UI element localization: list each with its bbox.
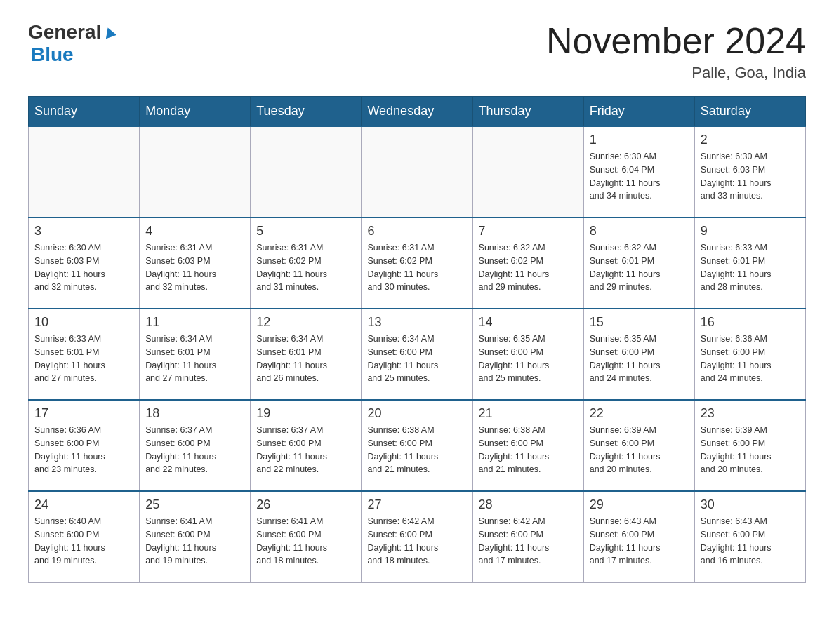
weekday-header-row: SundayMondayTuesdayWednesdayThursdayFrid…: [29, 97, 806, 127]
day-number: 5: [256, 224, 355, 239]
day-info: Sunrise: 6:30 AMSunset: 6:03 PMDaylight:…: [34, 241, 133, 294]
weekday-header-saturday: Saturday: [694, 97, 805, 127]
weekday-header-friday: Friday: [583, 97, 694, 127]
calendar-cell: [251, 126, 362, 217]
logo-triangle-icon: [103, 26, 116, 41]
day-number: 28: [479, 497, 578, 512]
calendar-cell: 16Sunrise: 6:36 AMSunset: 6:00 PMDayligh…: [694, 309, 805, 400]
calendar-cell: 6Sunrise: 6:31 AMSunset: 6:02 PMDaylight…: [362, 217, 472, 309]
calendar-cell: 30Sunrise: 6:43 AMSunset: 6:00 PMDayligh…: [694, 491, 805, 582]
day-info: Sunrise: 6:34 AMSunset: 6:01 PMDaylight:…: [145, 333, 244, 385]
day-number: 24: [34, 497, 133, 512]
week-row-1: 1Sunrise: 6:30 AMSunset: 6:04 PMDaylight…: [29, 126, 806, 217]
day-number: 26: [256, 497, 355, 512]
calendar-cell: 10Sunrise: 6:33 AMSunset: 6:01 PMDayligh…: [29, 309, 140, 400]
svg-marker-0: [103, 26, 116, 39]
day-info: Sunrise: 6:32 AMSunset: 6:02 PMDaylight:…: [479, 241, 578, 294]
day-info: Sunrise: 6:42 AMSunset: 6:00 PMDaylight:…: [367, 515, 466, 568]
weekday-header-monday: Monday: [140, 97, 251, 127]
day-info: Sunrise: 6:36 AMSunset: 6:00 PMDaylight:…: [34, 424, 133, 476]
week-row-5: 24Sunrise: 6:40 AMSunset: 6:00 PMDayligh…: [29, 491, 806, 582]
calendar-cell: 11Sunrise: 6:34 AMSunset: 6:01 PMDayligh…: [140, 309, 251, 400]
day-number: 4: [145, 224, 244, 239]
day-number: 11: [145, 315, 244, 330]
day-info: Sunrise: 6:43 AMSunset: 6:00 PMDaylight:…: [701, 515, 800, 568]
day-number: 17: [34, 406, 133, 421]
calendar-cell: [472, 126, 583, 217]
location-text: Palle, Goa, India: [546, 64, 806, 82]
day-info: Sunrise: 6:30 AMSunset: 6:04 PMDaylight:…: [590, 150, 689, 203]
calendar-cell: 27Sunrise: 6:42 AMSunset: 6:00 PMDayligh…: [362, 491, 472, 582]
calendar-table: SundayMondayTuesdayWednesdayThursdayFrid…: [28, 96, 806, 583]
day-info: Sunrise: 6:31 AMSunset: 6:03 PMDaylight:…: [145, 241, 244, 294]
week-row-2: 3Sunrise: 6:30 AMSunset: 6:03 PMDaylight…: [29, 217, 806, 309]
logo-general-text: General: [28, 21, 101, 43]
day-number: 2: [701, 133, 800, 147]
day-number: 25: [145, 497, 244, 512]
calendar-cell: 17Sunrise: 6:36 AMSunset: 6:00 PMDayligh…: [29, 400, 140, 491]
weekday-header-thursday: Thursday: [472, 97, 583, 127]
day-info: Sunrise: 6:39 AMSunset: 6:00 PMDaylight:…: [701, 424, 800, 476]
calendar-cell: 1Sunrise: 6:30 AMSunset: 6:04 PMDaylight…: [583, 126, 694, 217]
calendar-cell: [140, 126, 251, 217]
day-info: Sunrise: 6:38 AMSunset: 6:00 PMDaylight:…: [479, 424, 578, 476]
calendar-cell: 7Sunrise: 6:32 AMSunset: 6:02 PMDaylight…: [472, 217, 583, 309]
calendar-cell: [29, 126, 140, 217]
calendar-cell: 14Sunrise: 6:35 AMSunset: 6:00 PMDayligh…: [472, 309, 583, 400]
calendar-cell: 13Sunrise: 6:34 AMSunset: 6:00 PMDayligh…: [362, 309, 472, 400]
logo-blue-text: Blue: [31, 43, 74, 66]
day-number: 27: [367, 497, 466, 512]
day-number: 6: [367, 224, 466, 239]
day-number: 23: [701, 406, 800, 421]
day-info: Sunrise: 6:30 AMSunset: 6:03 PMDaylight:…: [701, 150, 800, 203]
weekday-header-wednesday: Wednesday: [362, 97, 472, 127]
day-info: Sunrise: 6:34 AMSunset: 6:00 PMDaylight:…: [367, 333, 466, 385]
calendar-cell: 9Sunrise: 6:33 AMSunset: 6:01 PMDaylight…: [694, 217, 805, 309]
calendar-cell: 4Sunrise: 6:31 AMSunset: 6:03 PMDaylight…: [140, 217, 251, 309]
day-info: Sunrise: 6:35 AMSunset: 6:00 PMDaylight:…: [590, 333, 689, 385]
calendar-cell: 18Sunrise: 6:37 AMSunset: 6:00 PMDayligh…: [140, 400, 251, 491]
day-info: Sunrise: 6:42 AMSunset: 6:00 PMDaylight:…: [479, 515, 578, 568]
day-info: Sunrise: 6:31 AMSunset: 6:02 PMDaylight:…: [367, 241, 466, 294]
month-title: November 2024: [546, 21, 806, 61]
day-info: Sunrise: 6:41 AMSunset: 6:00 PMDaylight:…: [256, 515, 355, 568]
calendar-cell: 5Sunrise: 6:31 AMSunset: 6:02 PMDaylight…: [251, 217, 362, 309]
calendar-cell: 19Sunrise: 6:37 AMSunset: 6:00 PMDayligh…: [251, 400, 362, 491]
calendar-cell: 26Sunrise: 6:41 AMSunset: 6:00 PMDayligh…: [251, 491, 362, 582]
day-number: 30: [701, 497, 800, 512]
day-number: 1: [590, 133, 689, 147]
day-number: 19: [256, 406, 355, 421]
day-info: Sunrise: 6:39 AMSunset: 6:00 PMDaylight:…: [590, 424, 689, 476]
day-number: 3: [34, 224, 133, 239]
weekday-header-tuesday: Tuesday: [251, 97, 362, 127]
title-block: November 2024 Palle, Goa, India: [546, 21, 806, 82]
day-info: Sunrise: 6:36 AMSunset: 6:00 PMDaylight:…: [701, 333, 800, 385]
day-number: 8: [590, 224, 689, 239]
calendar-cell: 15Sunrise: 6:35 AMSunset: 6:00 PMDayligh…: [583, 309, 694, 400]
calendar-cell: 22Sunrise: 6:39 AMSunset: 6:00 PMDayligh…: [583, 400, 694, 491]
day-number: 10: [34, 315, 133, 330]
day-number: 15: [590, 315, 689, 330]
calendar-cell: 2Sunrise: 6:30 AMSunset: 6:03 PMDaylight…: [694, 126, 805, 217]
day-number: 7: [479, 224, 578, 239]
day-info: Sunrise: 6:43 AMSunset: 6:00 PMDaylight:…: [590, 515, 689, 568]
day-number: 29: [590, 497, 689, 512]
day-info: Sunrise: 6:35 AMSunset: 6:00 PMDaylight:…: [479, 333, 578, 385]
day-number: 18: [145, 406, 244, 421]
day-number: 22: [590, 406, 689, 421]
day-info: Sunrise: 6:40 AMSunset: 6:00 PMDaylight:…: [34, 515, 133, 568]
calendar-cell: 29Sunrise: 6:43 AMSunset: 6:00 PMDayligh…: [583, 491, 694, 582]
weekday-header-sunday: Sunday: [29, 97, 140, 127]
day-number: 12: [256, 315, 355, 330]
calendar-cell: 23Sunrise: 6:39 AMSunset: 6:00 PMDayligh…: [694, 400, 805, 491]
calendar-cell: 20Sunrise: 6:38 AMSunset: 6:00 PMDayligh…: [362, 400, 472, 491]
day-info: Sunrise: 6:32 AMSunset: 6:01 PMDaylight:…: [590, 241, 689, 294]
calendar-cell: 28Sunrise: 6:42 AMSunset: 6:00 PMDayligh…: [472, 491, 583, 582]
calendar-cell: 24Sunrise: 6:40 AMSunset: 6:00 PMDayligh…: [29, 491, 140, 582]
day-info: Sunrise: 6:34 AMSunset: 6:01 PMDaylight:…: [256, 333, 355, 385]
day-info: Sunrise: 6:37 AMSunset: 6:00 PMDaylight:…: [256, 424, 355, 476]
calendar-cell: 21Sunrise: 6:38 AMSunset: 6:00 PMDayligh…: [472, 400, 583, 491]
day-info: Sunrise: 6:37 AMSunset: 6:00 PMDaylight:…: [145, 424, 244, 476]
page-header: General Blue November 2024 Palle, Goa, I…: [28, 21, 806, 82]
day-number: 16: [701, 315, 800, 330]
